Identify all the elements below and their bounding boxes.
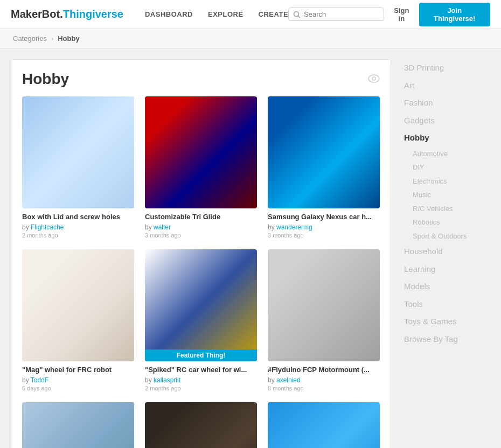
sidebar-subcategory[interactable]: Electronics [404, 174, 490, 188]
sidebar-category[interactable]: Fashion [404, 94, 490, 112]
search-box [288, 8, 384, 21]
sidebar: 3D PrintingArtFashionGadgetsHobbyAutomot… [404, 59, 490, 448]
things-grid: Box with Lid and screw holesby Flightcac… [22, 96, 380, 448]
svg-point-2 [368, 75, 379, 82]
page-title-row: Hobby [22, 71, 380, 88]
thing-title: Samsung Galaxy Nexus car h... [268, 213, 380, 222]
content-area: Hobby Box with Lid and screw holesby Fli… [11, 59, 391, 448]
thing-author: by kallaspriit [145, 376, 257, 384]
nav-create[interactable]: CREATE [259, 10, 288, 18]
thing-card[interactable]: .40 S&W 50 Round Standard ...by JayNC3 d… [268, 402, 380, 448]
header-right: Sign in Join Thingiverse! [288, 3, 490, 26]
sidebar-category[interactable]: Learning [404, 261, 490, 278]
thing-title: Customizable Tri Glide [145, 213, 257, 222]
thing-image [22, 96, 134, 208]
signin-button[interactable]: Sign in [391, 6, 412, 23]
main-content: Hobby Box with Lid and screw holesby Fli… [0, 48, 501, 448]
thing-author: by Flightcache [22, 223, 134, 231]
thing-image [145, 96, 257, 208]
thing-image [22, 249, 134, 361]
sidebar-category[interactable]: Tools [404, 296, 490, 313]
thing-time: 8 months ago [268, 385, 380, 391]
header: MakerBot. Thingiverse DASHBOARD EXPLORE … [0, 0, 501, 29]
sidebar-category[interactable]: Toys & Games [404, 313, 490, 331]
thing-time: 6 days ago [22, 385, 134, 391]
thing-author: by axelnied [268, 376, 380, 384]
thing-card[interactable]: "Mag" wheel for FRC robotby ToddF6 days … [22, 249, 134, 391]
main-nav: DASHBOARD EXPLORE CREATE [145, 10, 288, 18]
sidebar-subcategory[interactable]: DIY [404, 160, 490, 174]
thing-time: 2 months ago [22, 232, 134, 239]
sidebar-category[interactable]: Household [404, 243, 490, 261]
sidebar-category[interactable]: 3D Printing [404, 59, 490, 77]
sidebar-category[interactable]: Art [404, 77, 490, 95]
nav-dashboard[interactable]: DASHBOARD [145, 10, 193, 18]
thing-card[interactable]: Box with Lid and screw holesby Flightcac… [22, 96, 134, 239]
thing-image [268, 402, 380, 448]
breadcrumb-categories[interactable]: Categories [13, 34, 47, 43]
sidebar-subcategory[interactable]: R/C Vehicles [404, 202, 490, 216]
svg-line-1 [298, 16, 301, 18]
sidebar-subcategory[interactable]: Sport & Outdoors [404, 229, 490, 243]
thing-image [268, 96, 380, 208]
thing-card[interactable]: #Flyduino FCP Motormount (...by axelnied… [268, 249, 380, 391]
svg-point-0 [294, 11, 299, 16]
thing-card[interactable]: .38 Special Snap Capby Caboose4 months a… [145, 402, 257, 448]
thing-image [268, 249, 380, 361]
featured-badge: Featured Thing! [145, 349, 257, 361]
breadcrumb: Categories › Hobby [0, 29, 501, 48]
header-left: MakerBot. Thingiverse DASHBOARD EXPLORE … [11, 8, 288, 20]
thing-card[interactable]: Featured Thing!- Not Complete- RC UAV Pr… [22, 402, 134, 448]
thing-time: 3 months ago [268, 232, 380, 239]
thing-author: by ToddF [22, 376, 134, 384]
join-button[interactable]: Join Thingiverse! [419, 3, 490, 26]
thing-title: "Spiked" RC car wheel for wi... [145, 366, 257, 375]
logo-thingiverse: Thingiverse [63, 8, 123, 20]
nav-explore[interactable]: EXPLORE [208, 10, 243, 18]
thing-time: 3 months ago [145, 232, 257, 239]
page-title: Hobby [22, 71, 69, 88]
sidebar-subcategory[interactable]: Robotics [404, 215, 490, 229]
sidebar-category[interactable]: Gadgets [404, 112, 490, 130]
svg-point-3 [372, 77, 375, 80]
thing-author: by walter [145, 223, 257, 231]
logo-makerbot: MakerBot. [11, 8, 63, 20]
thing-time: 2 months ago [145, 385, 257, 391]
search-input[interactable] [304, 10, 379, 18]
thing-card[interactable]: Featured Thing!"Spiked" RC car wheel for… [145, 249, 257, 391]
search-icon [293, 11, 301, 18]
sidebar-category[interactable]: Hobby [404, 129, 490, 147]
eye-icon[interactable] [368, 73, 380, 86]
thing-title: Box with Lid and screw holes [22, 213, 134, 222]
thing-image: Featured Thing! [22, 402, 134, 448]
sidebar-category[interactable]: Browse By Tag [404, 331, 490, 348]
thing-title: #Flyduino FCP Motormount (... [268, 366, 380, 375]
thing-author: by wanderermg [268, 223, 380, 231]
thing-card[interactable]: Customizable Tri Glideby walter3 months … [145, 96, 257, 239]
breadcrumb-current: Hobby [58, 34, 79, 43]
sidebar-category[interactable]: Models [404, 278, 490, 296]
thing-image: Featured Thing! [145, 249, 257, 361]
breadcrumb-separator: › [51, 34, 53, 43]
sidebar-subcategory[interactable]: Automotive [404, 147, 490, 161]
thing-card[interactable]: Samsung Galaxy Nexus car h...by wanderer… [268, 96, 380, 239]
thing-title: "Mag" wheel for FRC robot [22, 366, 134, 375]
sidebar-subcategory[interactable]: Music [404, 188, 490, 202]
logo[interactable]: MakerBot. Thingiverse [11, 8, 123, 20]
thing-image [145, 402, 257, 448]
